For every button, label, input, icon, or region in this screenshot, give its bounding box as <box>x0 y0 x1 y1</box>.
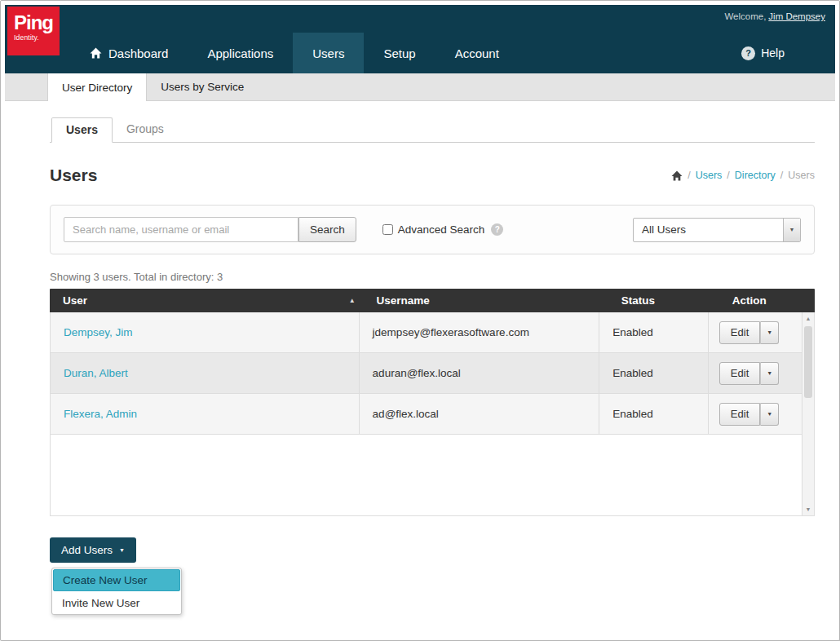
results-summary: Showing 3 users. Total in directory: 3 <box>50 271 815 283</box>
edit-dropdown-button[interactable]: ▼ <box>760 321 779 344</box>
welcome-area: Welcome,Jim Dempsey <box>724 11 825 21</box>
breadcrumb-link-directory[interactable]: Directory <box>735 170 776 181</box>
logo-text-ping: Ping <box>14 12 60 33</box>
column-label: Username <box>377 294 430 307</box>
username-cell: aduran@flex.local <box>359 353 599 393</box>
edit-split-button: Edit ▼ <box>719 403 779 426</box>
column-header-action: Action <box>719 294 815 307</box>
chevron-down-icon: ▼ <box>119 547 125 553</box>
help-label: Help <box>761 46 785 60</box>
username-cell: jdempsey@flexerasoftware.com <box>359 312 599 352</box>
page: Ping Identity. Welcome,Jim Dempsey Dashb… <box>5 5 835 636</box>
select-dropdown-icon: ▼ <box>783 219 800 241</box>
status-cell: Enabled <box>599 353 708 393</box>
nav-label: Account <box>455 46 499 60</box>
user-filter-select[interactable]: All Users ▼ <box>633 218 801 242</box>
table-row: Duran, Albert aduran@flex.local Enabled … <box>51 353 802 394</box>
content-area: Users Groups Users / Users / Directory /… <box>5 101 835 615</box>
search-panel: Search Advanced Search ? All Users ▼ <box>50 205 815 254</box>
tab-user-directory[interactable]: User Directory <box>47 73 147 101</box>
welcome-label: Welcome, <box>724 11 766 21</box>
current-user-link[interactable]: Jim Dempsey <box>768 11 825 21</box>
status-cell: Enabled <box>599 312 708 352</box>
add-users-menu: Create New User Invite New User <box>51 568 182 615</box>
table-scrollbar[interactable]: ▲ ▼ <box>802 312 814 515</box>
tab-users-by-service[interactable]: Users by Service <box>147 73 258 100</box>
edit-dropdown-button[interactable]: ▼ <box>760 403 779 426</box>
table-header: User ▲ Username Status Action <box>50 289 815 312</box>
app-window: Ping Identity. Welcome,Jim Dempsey Dashb… <box>0 0 840 641</box>
scrollbar-down-icon[interactable]: ▼ <box>802 503 814 515</box>
search-input[interactable] <box>64 217 298 242</box>
edit-button[interactable]: Edit <box>719 403 760 426</box>
column-header-user[interactable]: User ▲ <box>50 294 364 307</box>
column-header-username[interactable]: Username <box>364 294 608 307</box>
chevron-down-icon: ▼ <box>767 411 772 417</box>
advanced-search-option: Advanced Search ? <box>382 223 504 236</box>
breadcrumb-home-icon[interactable] <box>671 170 683 181</box>
user-cell: Duran, Albert <box>51 353 359 393</box>
chevron-down-icon: ▼ <box>767 370 772 376</box>
edit-split-button: Edit ▼ <box>719 321 779 344</box>
breadcrumb-separator: / <box>727 170 729 181</box>
menu-item-create-new-user[interactable]: Create New User <box>53 569 180 591</box>
nav-label: Applications <box>207 46 273 60</box>
nav-item-dashboard[interactable]: Dashboard <box>70 33 188 73</box>
username-cell: ad@flex.local <box>359 394 599 434</box>
main-nav: Dashboard Applications Users Setup Accou… <box>70 33 519 73</box>
nav-label: Dashboard <box>108 46 168 60</box>
edit-button[interactable]: Edit <box>719 362 760 385</box>
chevron-down-icon: ▼ <box>767 329 772 335</box>
nav-item-users[interactable]: Users <box>293 33 364 73</box>
help-link[interactable]: ? Help <box>741 33 785 73</box>
breadcrumb-separator: / <box>780 170 783 181</box>
edit-dropdown-button[interactable]: ▼ <box>760 362 779 385</box>
action-cell: Edit ▼ <box>708 394 802 434</box>
breadcrumb-separator: / <box>687 170 690 181</box>
breadcrumb: / Users / Directory / Users <box>671 170 815 181</box>
table-row: Flexera, Admin ad@flex.local Enabled Edi… <box>51 394 802 435</box>
page-header: Users / Users / Directory / Users <box>50 166 815 185</box>
column-label: Status <box>621 294 655 307</box>
action-cell: Edit ▼ <box>708 312 802 352</box>
column-label: User <box>63 294 87 307</box>
home-icon <box>90 47 102 59</box>
breadcrumb-current: Users <box>788 170 815 181</box>
sort-ascending-icon[interactable]: ▲ <box>349 297 356 304</box>
menu-item-invite-new-user[interactable]: Invite New User <box>52 592 181 614</box>
user-link[interactable]: Dempsey, Jim <box>64 326 133 338</box>
search-button[interactable]: Search <box>298 217 356 242</box>
action-cell: Edit ▼ <box>708 353 802 393</box>
advanced-search-label: Advanced Search <box>398 223 485 236</box>
filter-selected-value: All Users <box>634 223 783 236</box>
status-cell: Enabled <box>599 394 708 434</box>
table-body: Dempsey, Jim jdempsey@flexerasoftware.co… <box>50 312 815 516</box>
nav-item-setup[interactable]: Setup <box>364 33 435 73</box>
section-tabs: Users Groups <box>50 117 815 143</box>
nav-label: Setup <box>383 46 415 60</box>
column-label: Action <box>732 294 767 307</box>
nav-item-applications[interactable]: Applications <box>188 33 293 73</box>
ping-identity-logo: Ping Identity. <box>7 7 60 55</box>
tab-users[interactable]: Users <box>51 117 113 143</box>
scrollbar-thumb[interactable] <box>804 326 812 398</box>
breadcrumb-link-users[interactable]: Users <box>696 170 723 181</box>
edit-button[interactable]: Edit <box>719 321 760 344</box>
edit-split-button: Edit ▼ <box>719 362 779 385</box>
scrollbar-up-icon[interactable]: ▲ <box>802 312 814 325</box>
top-header: Ping Identity. Welcome,Jim Dempsey Dashb… <box>5 5 835 73</box>
advanced-search-checkbox[interactable] <box>382 224 393 235</box>
user-cell: Flexera, Admin <box>51 394 359 434</box>
nav-item-account[interactable]: Account <box>435 33 519 73</box>
users-table: User ▲ Username Status Action Dempsey, J… <box>50 289 815 516</box>
tab-groups[interactable]: Groups <box>113 117 178 142</box>
user-link[interactable]: Duran, Albert <box>64 367 128 379</box>
advanced-search-help-icon[interactable]: ? <box>491 223 503 236</box>
help-icon: ? <box>741 46 755 60</box>
add-users-button[interactable]: Add Users ▼ <box>50 537 136 563</box>
table-row: Dempsey, Jim jdempsey@flexerasoftware.co… <box>51 312 802 353</box>
user-link[interactable]: Flexera, Admin <box>64 408 137 420</box>
user-cell: Dempsey, Jim <box>51 312 359 352</box>
page-title: Users <box>50 166 97 185</box>
column-header-status[interactable]: Status <box>608 294 719 307</box>
